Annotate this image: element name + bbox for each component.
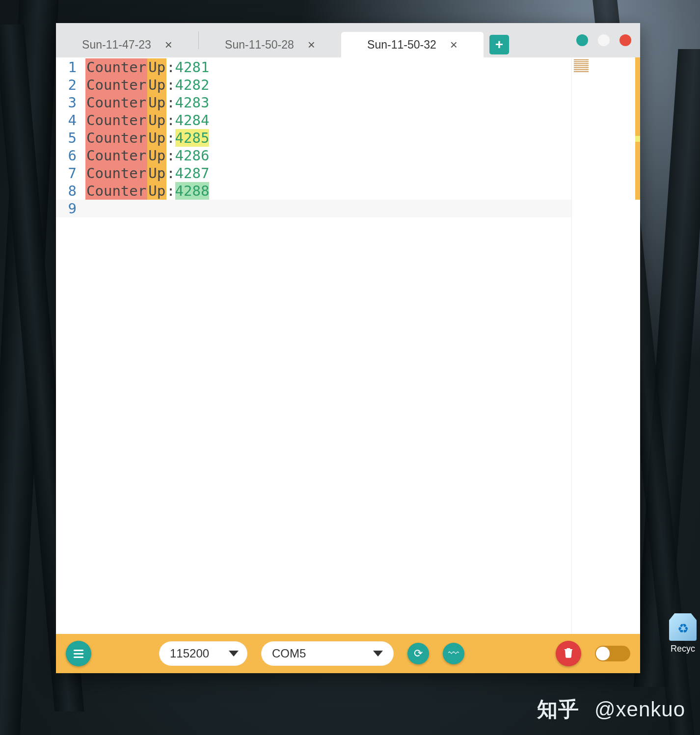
token-colon: : bbox=[166, 94, 175, 111]
refresh-icon: ⟳ bbox=[414, 647, 423, 660]
token-counter: Counter bbox=[85, 182, 147, 200]
menu-button[interactable] bbox=[66, 641, 91, 666]
close-icon[interactable]: × bbox=[450, 38, 458, 51]
line-number: 1 bbox=[56, 58, 85, 76]
close-window-button[interactable] bbox=[619, 34, 631, 46]
token-up: Up bbox=[147, 76, 166, 94]
line-number: 2 bbox=[56, 76, 85, 94]
token-colon: : bbox=[166, 147, 175, 164]
bottom-toolbar: 115200 COM5 ⟳ 〰 bbox=[56, 634, 640, 673]
baud-select[interactable]: 115200 bbox=[159, 641, 247, 666]
trash-icon bbox=[564, 647, 573, 660]
line-number: 7 bbox=[56, 164, 85, 182]
token-counter: Counter bbox=[85, 164, 147, 182]
token-value: 4287 bbox=[175, 164, 210, 182]
token-counter: Counter bbox=[85, 58, 147, 76]
plus-icon: + bbox=[495, 37, 503, 52]
port-value: COM5 bbox=[272, 647, 306, 660]
hamburger-icon bbox=[74, 650, 83, 658]
token-up: Up bbox=[147, 58, 166, 76]
code-line[interactable]: 1Counter Up:4281 bbox=[56, 58, 571, 76]
token-colon: : bbox=[166, 58, 175, 76]
code-line[interactable]: 4Counter Up:4284 bbox=[56, 111, 571, 129]
token-up: Up bbox=[147, 164, 166, 182]
minimize-button[interactable] bbox=[576, 34, 588, 46]
minimap-scroll-range bbox=[635, 57, 640, 200]
tab-1[interactable]: Sun-11-50-28 × bbox=[199, 32, 341, 57]
token-colon: : bbox=[166, 129, 175, 147]
token-up: Up bbox=[147, 94, 166, 111]
token-colon: : bbox=[166, 111, 175, 129]
token-colon: : bbox=[166, 182, 175, 200]
tab-label: Sun-11-47-23 bbox=[82, 38, 151, 52]
code-line[interactable]: 8Counter Up:4288 bbox=[56, 182, 571, 200]
token-value: 4288 bbox=[175, 182, 210, 200]
connect-button[interactable]: 〰 bbox=[443, 643, 464, 664]
minimap-scrollbar[interactable] bbox=[635, 57, 640, 634]
refresh-button[interactable]: ⟳ bbox=[407, 643, 429, 664]
port-select[interactable]: COM5 bbox=[261, 641, 394, 666]
editor-area: 1Counter Up:42812Counter Up:42823Counter… bbox=[56, 57, 640, 634]
minimap-content-icon bbox=[574, 59, 589, 72]
tab-2[interactable]: Sun-11-50-32 × bbox=[341, 32, 484, 57]
chevron-down-icon bbox=[373, 651, 383, 656]
toggle-knob bbox=[596, 647, 610, 660]
token-counter: Counter bbox=[85, 147, 147, 164]
autoscroll-toggle[interactable] bbox=[595, 646, 630, 661]
line-number: 5 bbox=[56, 129, 85, 147]
token-value: 4285 bbox=[175, 129, 210, 147]
clear-button[interactable] bbox=[556, 641, 581, 666]
token-up: Up bbox=[147, 147, 166, 164]
token-value: 4284 bbox=[175, 111, 210, 129]
window-controls bbox=[576, 34, 631, 46]
code-line[interactable]: 6Counter Up:4286 bbox=[56, 147, 571, 164]
line-number: 8 bbox=[56, 182, 85, 200]
minimap-highlight-marker bbox=[635, 136, 640, 142]
line-number: 9 bbox=[56, 200, 85, 217]
minimap[interactable] bbox=[571, 57, 640, 634]
watermark: 知乎 @xenkuo bbox=[537, 696, 685, 723]
token-up: Up bbox=[147, 182, 166, 200]
recycle-icon: ♻ bbox=[669, 613, 697, 641]
baud-value: 115200 bbox=[170, 647, 209, 660]
token-counter: Counter bbox=[85, 129, 147, 147]
code-line[interactable]: 3Counter Up:4283 bbox=[56, 94, 571, 111]
zhihu-logo-text: 知乎 bbox=[537, 696, 579, 723]
recycle-bin-desktop-icon[interactable]: ♻ Recyc bbox=[666, 613, 700, 654]
token-up: Up bbox=[147, 129, 166, 147]
chevron-down-icon bbox=[229, 651, 239, 656]
tab-strip: Sun-11-47-23 × Sun-11-50-28 × Sun-11-50-… bbox=[56, 23, 509, 57]
line-number: 4 bbox=[56, 111, 85, 129]
serial-terminal-window: Sun-11-47-23 × Sun-11-50-28 × Sun-11-50-… bbox=[56, 23, 640, 673]
recycle-label: Recyc bbox=[666, 644, 700, 654]
maximize-button[interactable] bbox=[598, 34, 610, 46]
token-up: Up bbox=[147, 111, 166, 129]
wave-icon: 〰 bbox=[448, 647, 459, 660]
code-pane[interactable]: 1Counter Up:42812Counter Up:42823Counter… bbox=[56, 57, 571, 634]
watermark-handle: @xenkuo bbox=[594, 698, 685, 721]
tab-label: Sun-11-50-28 bbox=[225, 38, 294, 52]
token-colon: : bbox=[166, 76, 175, 94]
code-line[interactable]: 7Counter Up:4287 bbox=[56, 164, 571, 182]
titlebar[interactable]: Sun-11-47-23 × Sun-11-50-28 × Sun-11-50-… bbox=[56, 23, 640, 57]
token-counter: Counter bbox=[85, 76, 147, 94]
close-icon[interactable]: × bbox=[165, 38, 172, 51]
token-value: 4283 bbox=[175, 94, 210, 111]
code-line[interactable]: 2Counter Up:4282 bbox=[56, 76, 571, 94]
token-colon: : bbox=[166, 164, 175, 182]
token-counter: Counter bbox=[85, 94, 147, 111]
code-line-current[interactable]: 9 bbox=[56, 200, 571, 217]
token-value: 4286 bbox=[175, 147, 210, 164]
line-number: 6 bbox=[56, 147, 85, 164]
tab-0[interactable]: Sun-11-47-23 × bbox=[56, 32, 198, 57]
line-number: 3 bbox=[56, 94, 85, 111]
tab-label: Sun-11-50-32 bbox=[367, 38, 436, 52]
add-tab-button[interactable]: + bbox=[489, 35, 509, 54]
token-value: 4281 bbox=[175, 58, 210, 76]
close-icon[interactable]: × bbox=[308, 38, 315, 51]
token-value: 4282 bbox=[175, 76, 210, 94]
token-counter: Counter bbox=[85, 111, 147, 129]
code-line[interactable]: 5Counter Up:4285 bbox=[56, 129, 571, 147]
